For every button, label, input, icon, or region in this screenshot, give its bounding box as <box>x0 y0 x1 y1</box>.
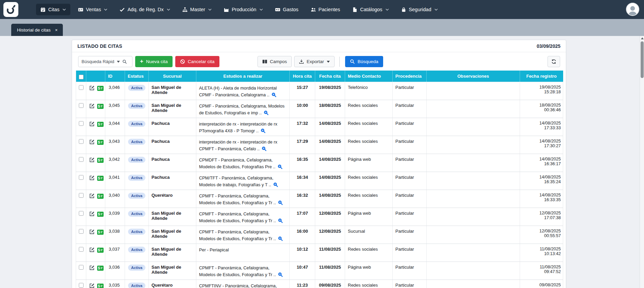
menu-item-produccion[interactable]: Producción <box>219 4 267 15</box>
zoom-in-icon[interactable] <box>273 182 278 187</box>
edit-icon[interactable] <box>89 175 95 182</box>
menu-item-citas[interactable]: Citas <box>36 4 70 15</box>
edit-icon[interactable] <box>89 85 95 92</box>
cell-sucursal: San Miguel de Allende <box>149 262 196 280</box>
tab-historial-de-citas[interactable]: Historial de citas × <box>11 24 63 36</box>
cell-hora: 16:34 <box>290 172 315 190</box>
row-checkbox[interactable] <box>79 157 84 162</box>
cell-id: 3,040 <box>105 190 125 208</box>
menu-item-adq-reg-dx[interactable]: Adq. de Reg. Dx <box>115 4 174 15</box>
payment-icon[interactable] <box>97 266 104 272</box>
status-badge: Activa <box>128 157 145 163</box>
table-row: 3,042 Activa Pachuca CPMDFT - Panorámica… <box>76 154 563 172</box>
menu-item-gastos[interactable]: Gastos <box>271 4 303 15</box>
export-button[interactable]: Exportar <box>294 56 335 67</box>
row-checkbox[interactable] <box>79 139 84 144</box>
cell-estudios: interpretación de rx - interpretación de… <box>196 118 290 136</box>
zoom-in-icon[interactable] <box>262 146 267 151</box>
row-checkbox[interactable] <box>79 229 84 234</box>
app-logo[interactable] <box>3 2 18 17</box>
refresh-button[interactable] <box>548 56 560 67</box>
zoom-in-icon[interactable] <box>278 272 283 277</box>
payment-icon[interactable] <box>97 158 104 164</box>
zoom-in-icon[interactable] <box>278 200 283 205</box>
row-checkbox[interactable] <box>79 283 84 288</box>
col-fecha-registro: Fecha registro <box>520 71 563 82</box>
menu-item-master[interactable]: Master <box>178 4 216 15</box>
payment-icon[interactable] <box>97 140 104 146</box>
file-icon <box>352 7 357 12</box>
row-checkbox[interactable] <box>79 265 84 270</box>
edit-icon[interactable] <box>89 283 95 288</box>
button-label: Búsqueda <box>358 59 378 64</box>
scrollbar-thumb[interactable] <box>641 41 644 78</box>
table-header-row: ID Estatus Sucursal Estudios a realizar … <box>76 71 563 82</box>
tab-label: Historial de citas <box>17 27 51 33</box>
row-checkbox[interactable] <box>79 103 84 108</box>
edit-icon[interactable] <box>89 193 95 200</box>
menu-item-catalogos[interactable]: Catálogos <box>348 4 393 15</box>
new-cita-button[interactable]: + Nueva cita <box>135 56 173 67</box>
zoom-in-icon[interactable] <box>264 110 269 115</box>
row-checkbox[interactable] <box>79 211 84 216</box>
edit-icon[interactable] <box>89 121 95 128</box>
payment-icon[interactable] <box>97 122 104 128</box>
row-checkbox[interactable] <box>79 85 84 90</box>
cell-hora: 11:23 <box>290 280 315 288</box>
zoom-in-icon[interactable] <box>278 218 283 223</box>
edit-icon[interactable] <box>89 157 95 164</box>
zoom-in-icon[interactable] <box>271 92 276 97</box>
payment-icon[interactable] <box>97 176 104 182</box>
payment-icon[interactable] <box>97 104 104 110</box>
menu-item-seguridad[interactable]: Seguridad <box>397 4 442 15</box>
button-label: Campos <box>270 59 287 64</box>
menu-item-pacientes[interactable]: Pacientes <box>306 4 345 15</box>
payment-icon[interactable] <box>97 248 104 254</box>
zoom-in-icon[interactable] <box>278 164 283 169</box>
search-icon[interactable] <box>122 59 127 64</box>
chevron-down-icon <box>434 8 438 11</box>
cell-hora: 16:32 <box>290 190 315 208</box>
scroll-up-arrow[interactable] <box>641 37 644 39</box>
cell-medio: Redes sociales <box>345 244 393 262</box>
zoom-in-icon[interactable] <box>261 128 266 133</box>
cell-observaciones <box>427 100 520 118</box>
edit-icon[interactable] <box>89 139 95 146</box>
user-avatar[interactable] <box>626 3 639 16</box>
zoom-in-icon[interactable] <box>278 236 283 241</box>
edit-icon[interactable] <box>89 247 95 254</box>
vertical-scrollbar[interactable] <box>640 36 644 288</box>
cell-observaciones <box>427 118 520 136</box>
edit-icon[interactable] <box>89 229 95 236</box>
row-checkbox[interactable] <box>79 247 84 252</box>
payment-icon[interactable] <box>97 284 104 288</box>
payment-icon[interactable] <box>97 230 104 236</box>
edit-icon[interactable] <box>89 103 95 110</box>
row-checkbox[interactable] <box>79 175 84 180</box>
menu-item-ventas[interactable]: Ventas <box>74 4 112 15</box>
close-icon[interactable]: × <box>55 28 58 32</box>
row-checkbox[interactable] <box>79 193 84 198</box>
status-badge: Activa <box>128 193 145 199</box>
payment-icon[interactable] <box>97 86 104 92</box>
cell-medio: Redes sociales <box>345 136 393 154</box>
cell-observaciones <box>427 154 520 172</box>
search-button[interactable]: Búsqueda <box>345 56 383 67</box>
lock-icon <box>401 7 406 12</box>
menu-label: Pacientes <box>319 7 340 12</box>
status-badge: Activa <box>128 139 145 145</box>
quick-search-select[interactable]: Búsqueda Rápida <box>78 56 132 67</box>
select-all-checkbox[interactable] <box>79 75 84 79</box>
payment-icon[interactable] <box>97 212 104 218</box>
campos-button[interactable]: Campos <box>257 56 292 67</box>
edit-icon[interactable] <box>89 211 95 218</box>
table-row: 3,038 Activa San Miguel de Allende CPMFT… <box>76 226 563 244</box>
cell-medio: Redes sociales <box>345 280 393 288</box>
row-checkbox[interactable] <box>79 121 84 126</box>
cell-sucursal: Pachuca <box>149 136 196 154</box>
payment-icon[interactable] <box>97 194 104 200</box>
edit-icon[interactable] <box>89 265 95 272</box>
cancel-cita-button[interactable]: Cancelar cita <box>175 56 219 67</box>
download-icon <box>299 59 304 64</box>
cell-observaciones <box>427 82 520 100</box>
